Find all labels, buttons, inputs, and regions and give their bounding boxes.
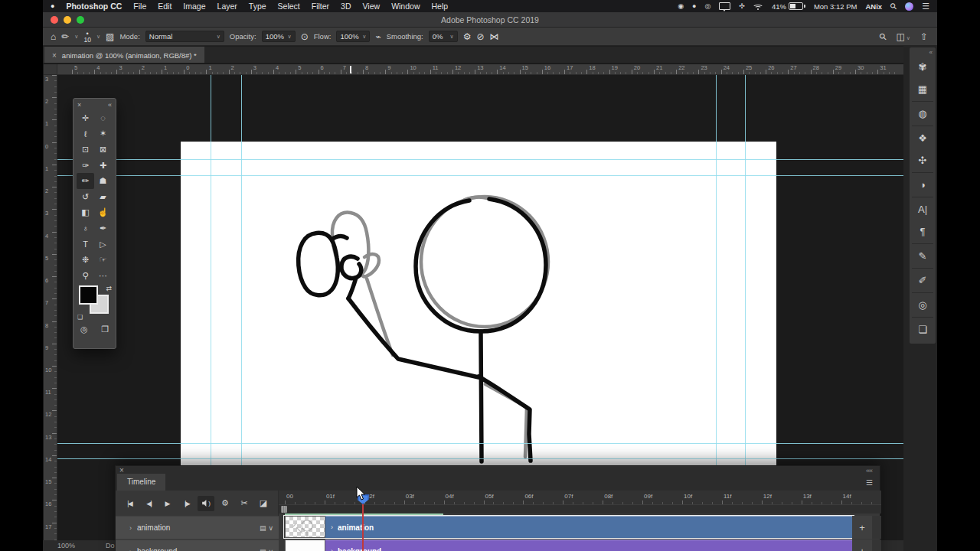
timeline-scrub-strip[interactable] [279,504,881,514]
pressure-opacity-icon[interactable]: ⊙ [301,32,309,41]
next-frame-button[interactable]: |▶ [178,496,195,511]
track-header-background[interactable]: ›background▤∨ [116,540,279,551]
smoothing-select[interactable]: 0% ∨ [429,31,458,42]
menu-item-select[interactable]: Select [278,2,300,11]
eraser-tool[interactable]: ▰ [94,189,112,205]
path-selection-tool[interactable]: ▷ [94,236,112,253]
paths-panel-icon[interactable]: ✣ [910,149,936,171]
settings-button[interactable]: ⚙ [217,496,234,511]
paragraph-panel-icon[interactable]: ¶ [910,220,936,243]
track-thumbnail[interactable] [285,516,325,538]
audio-toggle-button[interactable]: ) [198,496,214,511]
menu-username[interactable]: ANix [865,2,882,11]
share-icon[interactable]: ⇧ [920,31,928,42]
previous-frame-button[interactable]: ◀| [140,496,157,511]
gradient-tool[interactable]: ◧ [77,205,94,221]
brush-preset-chevron[interactable]: ∨ [96,34,100,40]
play-button[interactable]: ▶ [159,496,176,511]
color-panel-icon[interactable]: ✾ [910,56,936,78]
zoom-level-field[interactable]: 100% [57,542,75,549]
menu-item-edit[interactable]: Edit [158,2,172,11]
track-clip-bar[interactable]: ›animation [325,516,852,538]
menu-item-layer[interactable]: Layer [217,2,237,11]
marquee-tool[interactable]: ◌ [94,110,112,126]
canvas[interactable] [181,142,776,465]
menu-item-window[interactable]: Window [391,2,420,11]
menu-item-photoshop-cc[interactable]: Photoshop CC [66,2,122,11]
menu-item-filter[interactable]: Filter [312,2,329,11]
brush-tool-icon[interactable]: ✏ [61,32,69,41]
split-clip-button[interactable]: ✂ [236,496,253,511]
frame-tool[interactable]: ⊠ [94,142,112,158]
screen-mode-button[interactable]: ❐ [101,324,109,334]
menu-item-file[interactable]: File [133,2,146,11]
track-clip-bar[interactable]: ›background [325,540,852,551]
lasso-tool[interactable]: ℓ [77,126,94,142]
workspace-switcher-icon[interactable]: ◫ ∨ [897,31,910,42]
brush-settings-toggle-icon[interactable]: ▨ [106,32,114,41]
add-media-button[interactable]: + [852,540,872,551]
menu-item-image[interactable]: Image [183,2,205,11]
hand-tool[interactable]: ☞ [94,252,112,268]
timeline-scrubber-handle[interactable] [281,506,287,513]
camera-dim-icon[interactable]: ● [692,2,696,10]
transition-button[interactable]: ◪ [255,496,272,511]
track-header-animation[interactable]: ›animation▤∨ [116,516,279,539]
magic-wand-tool[interactable]: ✶ [94,126,112,142]
menu-item-help[interactable]: Help [431,2,448,11]
smudge-tool[interactable]: ☝ [94,205,112,221]
display-icon[interactable] [719,2,730,10]
home-icon[interactable]: ⌂ [51,32,56,41]
brush-preset-picker[interactable]: • 10 [83,31,90,43]
libraries-panel-icon[interactable]: ◎ [910,294,936,316]
character-panel-icon[interactable]: A| [910,198,936,220]
add-media-button[interactable]: + [852,516,872,539]
track-options-chevron-icon[interactable]: ∨ [268,524,273,532]
timeline-frame-ruler[interactable]: 0001f02f03f04f05f06f07f08f09f10f11f12f13… [279,491,881,504]
brush-tool-chevron[interactable]: ∨ [74,34,78,40]
healing-brush-tool[interactable]: ✚ [94,158,112,174]
pen-tool[interactable]: ✒ [94,220,112,236]
document-tab[interactable]: × animation @ 100% (animation, RGB/8#) * [44,47,204,64]
dock-collapse-icon[interactable]: « [910,47,936,56]
timeline-tab[interactable]: Timeline [117,474,165,491]
tools-panel-collapse-icon[interactable]: « [108,101,112,109]
close-window-button[interactable] [51,16,58,24]
video-track-icon[interactable]: ▤ [260,524,266,532]
history-brush-tool[interactable]: ↺ [77,189,94,205]
video-track-icon[interactable]: ▤ [260,548,266,551]
move-tool[interactable]: ✛ [77,110,94,126]
layers-panel-icon[interactable]: ❏ [910,318,936,341]
paint-symmetry-icon[interactable]: ⋈ [490,32,499,41]
edit-toolbar[interactable]: ⋯ [94,268,112,284]
zoom-window-button[interactable] [77,16,84,24]
eyedropper-tool[interactable]: ✑ [77,158,94,174]
adjustments-panel-icon[interactable]: ◑ [910,174,936,196]
track-options-chevron-icon[interactable]: ∨ [268,548,273,551]
swap-colors-icon[interactable]: ⇄ [106,285,112,292]
brushes-panel-icon[interactable]: ✐ [910,269,936,292]
timeline-collapse-icon[interactable]: «« [866,467,872,474]
type-tool[interactable]: T [77,236,94,253]
search-icon[interactable]: ⚲ [877,30,889,42]
close-tab-icon[interactable]: × [52,51,57,60]
window-title-bar[interactable]: Adobe Photoshop CC 2019 [43,12,937,28]
zoom-tool[interactable]: ⚲ [77,268,94,284]
siri-icon[interactable] [905,2,913,11]
airbrush-icon[interactable]: ⌁ [375,32,381,41]
menu-item-3d[interactable]: 3D [341,2,351,11]
shape-tool[interactable]: ❉ [77,252,94,268]
track-thumbnail[interactable] [285,540,325,551]
app-extra-icon[interactable]: ✣ [739,2,745,10]
timeline-menu-icon[interactable]: ☰ [866,478,873,487]
foreground-color-swatch[interactable] [79,285,98,305]
opacity-select[interactable]: 100% ∨ [262,31,296,42]
color-mixer-panel-icon[interactable]: ❖ [910,127,936,149]
default-colors-icon[interactable]: ❏ [77,314,83,321]
first-frame-button[interactable]: |◀ [121,496,138,511]
spotlight-icon[interactable]: ⚲ [888,1,900,12]
smoothing-gear-icon[interactable]: ⚙ [463,32,472,41]
swatches-panel-icon[interactable]: ▦ [910,78,936,100]
horizontal-ruler[interactable]: 5432101234567891011121314151617181920212… [57,64,903,75]
clone-stamp-tool[interactable]: ☗ [94,173,112,189]
